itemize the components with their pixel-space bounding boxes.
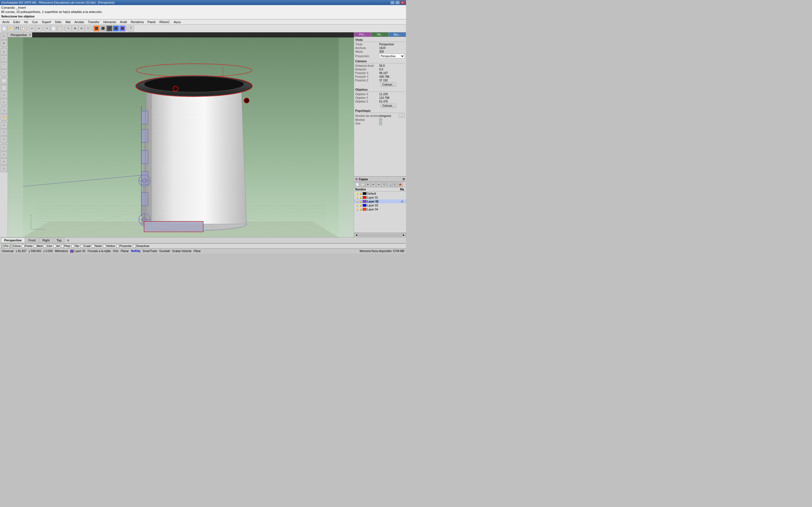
lt-polyline[interactable]: ⌒ xyxy=(1,62,7,69)
tb-render4[interactable]: ⬛ xyxy=(113,25,119,32)
menu-edici[interactable]: Edici xyxy=(11,20,22,24)
snap-int-check[interactable] xyxy=(53,245,56,247)
tb-help[interactable]: ? xyxy=(128,25,134,32)
status-planar[interactable]: Planar xyxy=(121,249,129,252)
snap-nodo-check[interactable] xyxy=(92,245,94,247)
snap-proyectar[interactable]: Proyectar xyxy=(116,244,132,247)
snap-vertice-check[interactable] xyxy=(103,245,106,247)
layer-row-03[interactable]: 💡 🔓 Layer 03 xyxy=(354,203,406,207)
panel-tab-vis[interactable]: Vis... xyxy=(371,33,389,37)
tb-render1[interactable]: ⬛ xyxy=(93,25,100,32)
maximize-button[interactable]: □ xyxy=(395,1,400,4)
menu-mal[interactable]: Mal xyxy=(64,20,72,24)
viewport[interactable]: Perspective ▼ xyxy=(8,33,354,237)
lt-box[interactable]: ⬜ xyxy=(1,77,7,84)
lt-edit1[interactable]: ⬡ xyxy=(1,144,7,151)
lt-rotate[interactable]: ⟳ xyxy=(1,40,7,47)
lt-pan[interactable]: ✋ xyxy=(1,114,7,121)
vp-tab-perspective[interactable]: Perspective xyxy=(1,238,25,243)
lt-line[interactable]: ╱ xyxy=(1,55,7,62)
vp-tab-front[interactable]: Front xyxy=(26,238,39,243)
layer-02-visible[interactable]: 💡 xyxy=(355,200,359,203)
lt-scale[interactable]: ⬡ xyxy=(1,136,7,143)
menu-transfor[interactable]: Transfor xyxy=(86,20,101,24)
snap-punto-check[interactable] xyxy=(22,245,24,247)
layers-tb-new[interactable]: 📄 xyxy=(355,182,360,187)
tb-zoom-out[interactable]: ⊖ xyxy=(79,25,85,32)
layer-04-visible[interactable]: 💡 xyxy=(355,208,359,211)
layer-02-color[interactable] xyxy=(363,200,366,203)
layer-03-lock[interactable]: 🔓 xyxy=(359,204,363,207)
prop-proyeccion-dropdown[interactable]: Perspectiva xyxy=(379,54,405,58)
status-grabar[interactable]: Grabar historial xyxy=(172,249,191,252)
menu-renderia[interactable]: Rendería xyxy=(129,20,145,24)
panel-tab-pro[interactable]: Pro... xyxy=(354,33,371,37)
layer-01-visible[interactable]: 💡 xyxy=(355,196,359,199)
lt-select[interactable]: ↖ xyxy=(1,33,7,40)
tb-cut[interactable]: ✂ xyxy=(44,25,50,32)
tb-saveas[interactable]: 📋 xyxy=(20,25,27,32)
snap-tan[interactable]: Tan xyxy=(71,244,79,247)
snap-cuad[interactable]: Cuad xyxy=(80,244,91,247)
layer-row-default[interactable]: 💡 🔓 Default xyxy=(354,191,406,195)
lt-edit4[interactable]: ⬡ xyxy=(1,165,7,172)
menu-panel[interactable]: Panel xyxy=(146,20,157,24)
lt-cone[interactable]: △ xyxy=(1,99,7,105)
menu-herramio[interactable]: Herramio xyxy=(101,20,117,24)
right-scroll[interactable]: ◀ ▶ xyxy=(354,233,406,237)
vp-tab-top[interactable]: Top xyxy=(53,238,64,243)
tb-save[interactable]: 💾 xyxy=(14,25,20,32)
snap-desactivar[interactable]: Desactivar xyxy=(133,244,149,247)
layer-row-02[interactable]: 💡 🔓 Layer 02 ✓ xyxy=(354,200,406,203)
tb-paste[interactable]: 📋 xyxy=(57,25,63,32)
lt-mirror[interactable]: ⬡ xyxy=(1,129,7,136)
layers-tb-options[interactable]: ⬡ xyxy=(392,182,397,187)
lt-curve[interactable]: ∿ xyxy=(1,69,7,76)
layer-default-visible[interactable]: 💡 xyxy=(355,192,359,195)
snap-perp-check[interactable] xyxy=(61,245,64,247)
layers-tb-delete[interactable]: ✕ xyxy=(365,182,370,187)
viewport-tab-arrow[interactable]: ▼ xyxy=(29,34,31,36)
prop-mostrar-checkbox[interactable]: ✓ xyxy=(379,119,382,121)
layer-04-lock[interactable]: 🔓 xyxy=(359,208,363,211)
prop-nombarch-browse-button[interactable]: ... xyxy=(399,114,405,118)
layers-tb-search[interactable]: 🔍 xyxy=(387,182,392,187)
menu-superf[interactable]: Superf xyxy=(40,20,52,24)
snap-proyectar-check[interactable] xyxy=(116,245,119,247)
viewport-tab[interactable]: Perspective ▼ xyxy=(8,33,32,38)
layers-tb-filter[interactable]: ▽ xyxy=(382,182,387,187)
layer-row-04[interactable]: 💡 🔓 Layer 04 xyxy=(354,207,406,211)
tb-open[interactable]: 📂 xyxy=(8,25,14,32)
snap-fin-check[interactable]: ✓ xyxy=(1,245,4,247)
tb-render5[interactable]: ⬛ xyxy=(119,25,125,32)
layer-row-01[interactable]: 💡 🔓 Layer 01 xyxy=(354,195,406,200)
snap-vertice[interactable]: Vértice xyxy=(103,244,115,247)
layers-tb-newchild[interactable]: 📋 xyxy=(360,182,365,187)
viewport-tab-label[interactable]: Perspective xyxy=(9,33,29,37)
status-refobj[interactable]: RefObj xyxy=(131,249,140,252)
status-filtrar[interactable]: Filtrar xyxy=(194,249,201,252)
layers-tb-export[interactable]: 📤 xyxy=(398,182,403,187)
tb-select[interactable]: ↖ xyxy=(65,25,71,32)
tb-zoom-in[interactable]: ⊕ xyxy=(72,25,78,32)
snap-punto[interactable]: Punto xyxy=(22,244,33,247)
close-button[interactable]: ✕ xyxy=(400,1,405,4)
panel-tab-ayu[interactable]: Ayu... xyxy=(389,33,406,37)
status-gumball[interactable]: Gumball xyxy=(159,249,170,252)
snap-cuad-check[interactable] xyxy=(80,245,83,247)
tb-redo[interactable]: ↪ xyxy=(36,25,42,32)
vp-tab-add[interactable]: ⊕ xyxy=(65,238,71,243)
snap-tan-check[interactable] xyxy=(71,245,74,247)
layer-04-color[interactable] xyxy=(363,208,366,211)
layer-01-lock[interactable]: 🔓 xyxy=(359,196,363,199)
lt-zoom[interactable]: 🔍 xyxy=(1,107,7,114)
tb-undo[interactable]: ↩ xyxy=(29,25,35,32)
lt-sphere[interactable]: ⚪ xyxy=(1,84,7,91)
layers-expand-icon[interactable]: ⊟ xyxy=(403,178,405,180)
snap-med[interactable]: Med xyxy=(34,244,42,247)
layer-01-color[interactable] xyxy=(363,196,366,199)
tb-zoom-fit[interactable]: ⬡ xyxy=(85,25,91,32)
status-smarttrack[interactable]: SmartTrack xyxy=(143,249,157,252)
tb-render2[interactable]: ⬛ xyxy=(100,25,106,32)
snap-cen[interactable]: Cen xyxy=(43,244,52,247)
